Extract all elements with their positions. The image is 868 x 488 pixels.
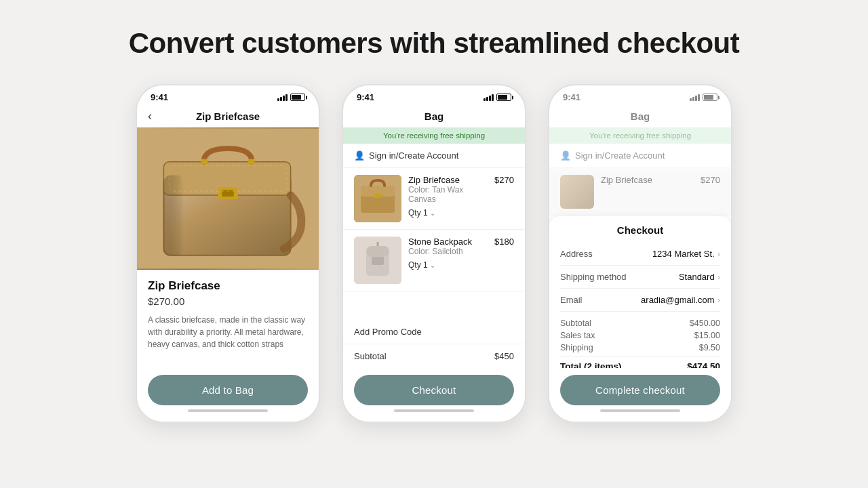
- bag-title-3: Bag: [549, 105, 731, 127]
- tax-label: Sales tax: [560, 331, 595, 340]
- svg-rect-6: [222, 190, 234, 197]
- checkout-modal: Checkout Address 1234 Market St. › Shipp…: [549, 216, 731, 368]
- product-price: $270.00: [148, 296, 308, 307]
- bag-title: Bag: [343, 105, 525, 127]
- subtotal-value-checkout: $450.00: [690, 319, 720, 328]
- free-shipping-banner-2: You're receiving free shipping: [343, 127, 525, 144]
- subtotal-total-row: Subtotal $450.00: [560, 317, 720, 329]
- phone-product: 9:41 ‹ Zip Briefcase: [136, 84, 320, 423]
- cart-item-name-2: Stone Backpack: [408, 237, 488, 247]
- subtotal-value: $450: [494, 351, 514, 361]
- status-icons-3: [690, 94, 717, 101]
- screen-checkout: Bag You're receiving free shipping 👤 Sig…: [549, 105, 731, 368]
- cart-item-price-1: $270: [494, 175, 514, 185]
- sign-in-label-3: Sign in/Create Account: [575, 150, 665, 161]
- cart-items-2: Zip Briefcase Color: Tan Wax Canvas Qty …: [343, 168, 525, 320]
- grand-total-label: Total (2 items): [560, 361, 622, 368]
- nav-bar-product: ‹ Zip Briefcase: [137, 105, 319, 127]
- totals-section: Subtotal $450.00 Sales tax $15.00 Shippi…: [560, 312, 720, 368]
- svg-rect-3: [201, 159, 208, 165]
- battery-icon-1: [290, 94, 305, 101]
- shipping-label: Shipping method: [560, 272, 627, 282]
- status-bar-2: 9:41: [343, 85, 525, 105]
- complete-checkout-button[interactable]: Complete checkout: [560, 375, 720, 405]
- sign-in-row-3: 👤 Sign in/Create Account: [549, 144, 731, 168]
- checkout-shipping-row[interactable]: Shipping method Standard ›: [560, 266, 720, 289]
- status-icons-1: [277, 94, 305, 101]
- cart-item-1: Zip Briefcase Color: Tan Wax Canvas Qty …: [343, 168, 525, 230]
- nav-title-product: Zip Briefcase: [196, 110, 260, 122]
- checkout-modal-title: Checkout: [560, 224, 720, 236]
- address-chevron: ›: [717, 249, 720, 259]
- phone-checkout: 9:41 Bag You're receiving free shipping …: [548, 84, 732, 423]
- user-icon-3: 👤: [560, 150, 571, 161]
- add-to-bag-button[interactable]: Add to Bag: [148, 375, 308, 405]
- cart-item-details-checkout: Zip Briefcase: [601, 175, 694, 185]
- status-time-2: 9:41: [357, 92, 374, 102]
- phone-bottom-1: Add to Bag: [137, 368, 319, 422]
- status-icons-2: [484, 94, 511, 101]
- battery-icon-2: [496, 94, 511, 101]
- promo-code-row[interactable]: Add Promo Code: [343, 320, 525, 344]
- free-shipping-banner-3: You're receiving free shipping: [549, 127, 731, 144]
- svg-rect-7: [163, 176, 184, 256]
- product-description: A classic briefcase, made in the classic…: [148, 314, 308, 350]
- product-image: [137, 127, 319, 270]
- cart-item-color-1: Color: Tan Wax Canvas: [408, 185, 488, 204]
- shipping-cost-value: $9.50: [699, 343, 720, 352]
- cart-item-img-backpack: [354, 237, 401, 284]
- address-label: Address: [560, 249, 593, 259]
- address-value: 1234 Market St. ›: [652, 249, 720, 259]
- screen-product: ‹ Zip Briefcase: [137, 105, 319, 368]
- cart-item-price-2: $180: [494, 237, 514, 247]
- headline: Convert customers with streamlined check…: [129, 27, 739, 60]
- shipping-value: Standard ›: [679, 272, 720, 282]
- cart-item-name-1: Zip Briefcase: [408, 175, 488, 185]
- status-time-3: 9:41: [563, 92, 580, 102]
- status-bar-3: 9:41: [549, 85, 731, 105]
- cart-item-checkout-preview: Zip Briefcase $270: [549, 168, 731, 216]
- svg-rect-4: [248, 159, 255, 165]
- email-label: Email: [560, 295, 583, 305]
- cart-item-price-checkout: $270: [701, 175, 720, 185]
- subtotal-label-checkout: Subtotal: [560, 319, 591, 328]
- cart-item-qty-1[interactable]: Qty 1 ⌄: [408, 208, 488, 218]
- product-name: Zip Briefcase: [148, 279, 308, 293]
- grand-total-row: Total (2 items) $474.50: [560, 357, 720, 368]
- home-indicator-3: [600, 409, 680, 412]
- cart-item-qty-2[interactable]: Qty 1 ⌄: [408, 260, 488, 270]
- user-icon-2: 👤: [354, 150, 365, 161]
- back-button[interactable]: ‹: [148, 109, 152, 123]
- signal-icon-2: [484, 94, 494, 101]
- product-info: Zip Briefcase $270.00 A classic briefcas…: [137, 270, 319, 368]
- cart-item-name-checkout: Zip Briefcase: [601, 175, 694, 185]
- cart-item-img-checkout: [560, 175, 594, 209]
- signal-icon-1: [277, 94, 288, 101]
- checkout-button[interactable]: Checkout: [354, 375, 514, 405]
- sign-in-row-2[interactable]: 👤 Sign in/Create Account: [343, 144, 525, 168]
- email-chevron: ›: [717, 295, 720, 305]
- cart-item-img-briefcase: [354, 175, 401, 222]
- cart-item-2: Stone Backpack Color: Sailcloth Qty 1 ⌄ …: [343, 230, 525, 291]
- bag-top-dimmed: Bag You're receiving free shipping 👤 Sig…: [549, 105, 731, 216]
- svg-rect-12: [374, 194, 381, 198]
- phones-row: 9:41 ‹ Zip Briefcase: [136, 84, 732, 423]
- home-indicator-1: [188, 409, 268, 412]
- shipping-chevron: ›: [717, 272, 720, 282]
- phone-bottom-3: Complete checkout: [549, 368, 731, 422]
- cart-item-details-1: Zip Briefcase Color: Tan Wax Canvas Qty …: [408, 175, 488, 218]
- grand-total-value: $474.50: [687, 361, 720, 368]
- tax-value: $15.00: [694, 331, 720, 340]
- checkout-email-row[interactable]: Email aradia@gmail.com ›: [560, 289, 720, 312]
- screen-bag: Bag You're receiving free shipping 👤 Sig…: [343, 105, 525, 368]
- cart-item-details-2: Stone Backpack Color: Sailcloth Qty 1 ⌄: [408, 237, 488, 270]
- battery-icon-3: [703, 94, 717, 101]
- shipping-cost-label: Shipping: [560, 343, 593, 352]
- cart-item-color-2: Color: Sailcloth: [408, 247, 488, 256]
- shipping-cost-row: Shipping $9.50: [560, 342, 720, 354]
- checkout-address-row[interactable]: Address 1234 Market St. ›: [560, 243, 720, 266]
- home-indicator-2: [394, 409, 474, 412]
- status-bar-1: 9:41: [137, 85, 319, 105]
- subtotal-label: Subtotal: [354, 351, 387, 361]
- phone-bag: 9:41 Bag You're receiving free shipping …: [342, 84, 526, 423]
